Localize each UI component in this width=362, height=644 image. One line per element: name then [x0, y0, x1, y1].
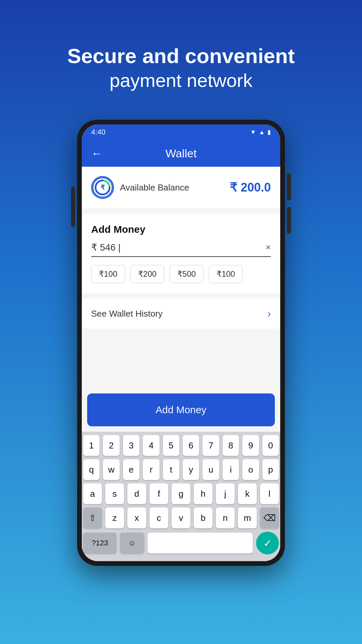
key-9[interactable]: 9 [242, 435, 259, 456]
keyboard-qwerty-row: q w e r t y u i o p [83, 459, 279, 480]
key-o[interactable]: o [242, 459, 259, 480]
key-i[interactable]: i [223, 459, 239, 480]
hero-section: Secure and convenient payment network [67, 44, 295, 93]
key-a[interactable]: a [83, 483, 102, 504]
amount-input-row: ₹ × [91, 242, 271, 257]
content-area: ₹ Available Balance ₹ 200.0 Add Money ₹ … [82, 167, 280, 561]
key-2[interactable]: 2 [103, 435, 119, 456]
key-0[interactable]: 0 [262, 435, 279, 456]
keyboard-asdf-row: a s d f g h j k l [83, 483, 279, 504]
key-g[interactable]: g [172, 483, 190, 504]
quick-amount-100-1[interactable]: ₹100 [91, 265, 125, 283]
keyboard: 1 2 3 4 5 6 7 8 9 0 q w e r t [82, 432, 280, 561]
key-p[interactable]: p [262, 459, 279, 480]
phone-vol-up-button [287, 173, 291, 200]
quick-amounts: ₹100 ₹200 ₹500 ₹100 [91, 265, 271, 283]
key-j[interactable]: j [216, 483, 235, 504]
key-h[interactable]: h [194, 483, 213, 504]
key-t[interactable]: t [163, 459, 179, 480]
key-4[interactable]: 4 [143, 435, 159, 456]
key-k[interactable]: k [238, 483, 257, 504]
key-3[interactable]: 3 [123, 435, 139, 456]
key-f[interactable]: f [149, 483, 168, 504]
emoji-key[interactable]: ☺ [120, 533, 144, 553]
balance-card: ₹ Available Balance ₹ 200.0 [82, 167, 280, 208]
quick-amount-100-2[interactable]: ₹100 [209, 265, 243, 283]
keyboard-number-row: 1 2 3 4 5 6 7 8 9 0 [83, 435, 279, 456]
key-x[interactable]: x [127, 507, 146, 528]
battery-icon: ▮ [267, 128, 271, 136]
page-title: Wallet [109, 147, 253, 160]
key-u[interactable]: u [202, 459, 219, 480]
key-s[interactable]: s [105, 483, 124, 504]
keyboard-bottom-row: ?123 ☺ [83, 532, 279, 554]
status-time: 4:40 [91, 128, 106, 137]
back-button[interactable]: ← [91, 147, 103, 160]
add-money-button[interactable]: Add Money [87, 393, 275, 426]
key-v[interactable]: v [172, 507, 190, 528]
phone-power-button [71, 187, 75, 227]
key-1[interactable]: 1 [83, 435, 100, 456]
quick-amount-500[interactable]: ₹500 [170, 265, 203, 283]
key-8[interactable]: 8 [223, 435, 239, 456]
hero-subtitle: payment network [67, 68, 295, 93]
add-money-title: Add Money [91, 224, 271, 235]
key-c[interactable]: c [149, 507, 168, 528]
shift-key[interactable]: ⇧ [83, 507, 102, 528]
key-6[interactable]: 6 [183, 435, 199, 456]
balance-label: Available Balance [120, 182, 189, 193]
key-q[interactable]: q [83, 459, 100, 480]
key-b[interactable]: b [194, 507, 213, 528]
wifi-icon: ▼ [250, 129, 256, 136]
wallet-logo: ₹ [91, 176, 114, 199]
wallet-history-label: See Wallet History [91, 309, 163, 319]
key-5[interactable]: 5 [163, 435, 179, 456]
rupee-prefix: ₹ [91, 242, 97, 253]
symbols-key[interactable]: ?123 [83, 533, 117, 553]
key-n[interactable]: n [216, 507, 235, 528]
wallet-history-button[interactable]: See Wallet History › [82, 299, 280, 329]
amount-input[interactable] [100, 242, 266, 253]
quick-amount-200[interactable]: ₹200 [130, 265, 164, 283]
key-e[interactable]: e [123, 459, 139, 480]
key-d[interactable]: d [127, 483, 146, 504]
phone-mockup: 4:40 ▼ ▲ ▮ ← Wallet ₹ [77, 120, 285, 566]
phone-screen: 4:40 ▼ ▲ ▮ ← Wallet ₹ [82, 124, 280, 561]
keyboard-zxcv-row: ⇧ z x c v b n m ⌫ [83, 507, 279, 528]
key-z[interactable]: z [105, 507, 124, 528]
balance-amount: ₹ 200.0 [230, 180, 271, 195]
status-bar: 4:40 ▼ ▲ ▮ [82, 124, 280, 140]
key-l[interactable]: l [260, 483, 279, 504]
hero-title: Secure and convenient [67, 44, 295, 68]
done-button[interactable] [256, 532, 279, 554]
content-spacer [82, 329, 280, 385]
backspace-key[interactable]: ⌫ [260, 507, 279, 528]
space-key[interactable] [147, 533, 253, 553]
key-w[interactable]: w [103, 459, 119, 480]
phone-vol-down-button [287, 207, 291, 234]
clear-button[interactable]: × [266, 242, 271, 253]
chevron-right-icon: › [267, 308, 271, 319]
key-m[interactable]: m [238, 507, 257, 528]
key-y[interactable]: y [183, 459, 199, 480]
add-money-section: Add Money ₹ × ₹100 ₹200 ₹500 ₹100 [82, 214, 280, 293]
svg-text:₹: ₹ [101, 184, 105, 191]
key-7[interactable]: 7 [202, 435, 219, 456]
signal-icon: ▲ [259, 129, 265, 136]
status-icons: ▼ ▲ ▮ [250, 128, 271, 136]
key-r[interactable]: r [143, 459, 159, 480]
nav-bar: ← Wallet [82, 140, 280, 167]
